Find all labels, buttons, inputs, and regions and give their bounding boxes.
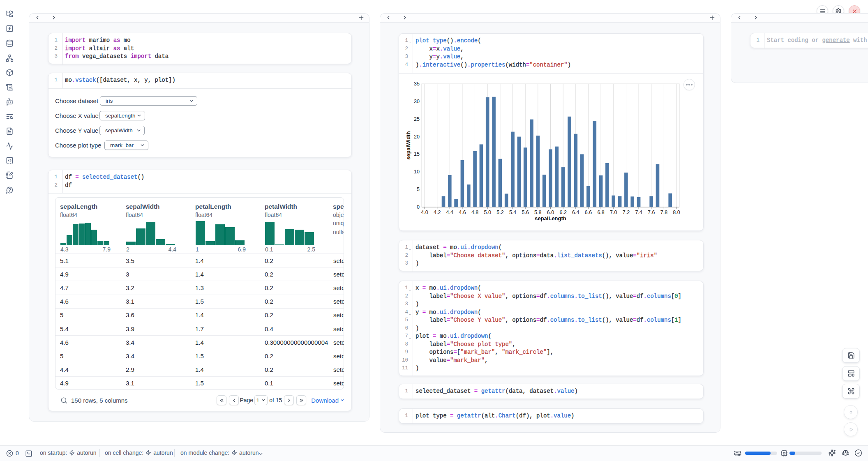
svg-text:5.8: 5.8: [534, 210, 541, 215]
svg-text:8.0: 8.0: [673, 210, 680, 215]
svg-text:5.2: 5.2: [496, 210, 503, 215]
svg-text:5: 5: [417, 187, 420, 192]
svg-text:4.8: 4.8: [471, 210, 478, 215]
svg-text:7.0: 7.0: [610, 210, 617, 215]
svg-text:7.8: 7.8: [660, 210, 667, 215]
svg-text:6.4: 6.4: [572, 210, 579, 215]
svg-text:0: 0: [417, 204, 420, 210]
svg-text:sepalLength: sepalLength: [535, 215, 566, 221]
svg-text:35: 35: [414, 81, 420, 87]
svg-text:6.8: 6.8: [597, 210, 604, 215]
svg-text:4.0: 4.0: [421, 210, 428, 215]
svg-text:5.4: 5.4: [509, 210, 516, 215]
svg-text:25: 25: [414, 116, 420, 122]
svg-text:7.4: 7.4: [635, 210, 642, 215]
svg-text:5.0: 5.0: [484, 210, 491, 215]
svg-text:4.6: 4.6: [459, 210, 466, 215]
svg-text:6.6: 6.6: [585, 210, 592, 215]
svg-text:7.2: 7.2: [623, 210, 630, 215]
svg-text:15: 15: [414, 151, 420, 157]
svg-text:5.6: 5.6: [522, 210, 529, 215]
svg-text:6.2: 6.2: [560, 210, 567, 215]
svg-text:30: 30: [414, 99, 420, 104]
svg-text:6.0: 6.0: [547, 210, 554, 215]
svg-text:10: 10: [414, 169, 420, 175]
svg-text:sepalWidth: sepalWidth: [405, 131, 411, 159]
svg-text:7.6: 7.6: [648, 210, 655, 215]
svg-text:4.4: 4.4: [446, 210, 453, 215]
svg-text:4.2: 4.2: [434, 210, 441, 215]
svg-text:20: 20: [414, 134, 420, 140]
